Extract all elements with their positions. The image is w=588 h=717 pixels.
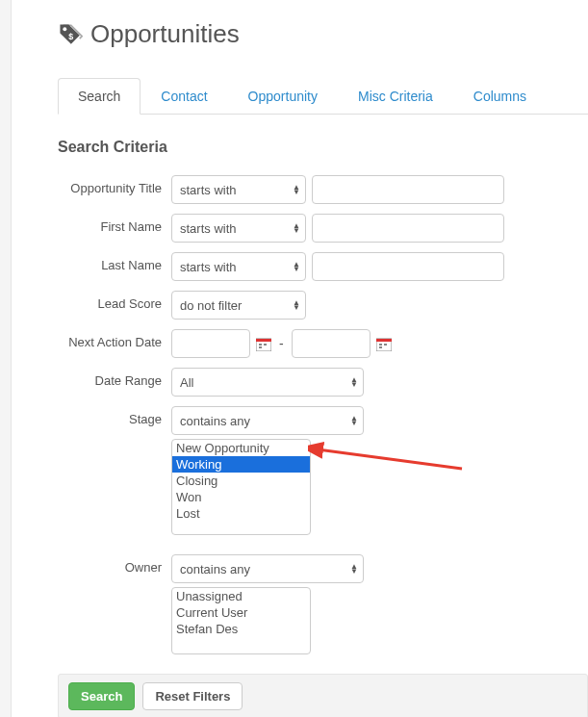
lead-score-label: Lead Score	[58, 291, 171, 311]
tab-search[interactable]: Search	[58, 78, 141, 115]
tab-opportunity[interactable]: Opportunity	[228, 78, 338, 115]
list-item[interactable]: New Opportunity	[172, 440, 310, 456]
last-name-operator[interactable]: starts with	[171, 252, 306, 281]
stage-label: Stage	[58, 406, 171, 426]
section-title: Search Criteria	[58, 139, 588, 156]
svg-rect-9	[379, 344, 382, 346]
tab-contact[interactable]: Contact	[141, 78, 227, 115]
tab-misc-criteria[interactable]: Misc Criteria	[338, 78, 453, 115]
calendar-icon[interactable]	[256, 337, 271, 351]
price-tag-icon: $	[58, 22, 83, 47]
list-item[interactable]: Won	[172, 489, 310, 505]
next-action-date-from[interactable]	[171, 329, 250, 358]
next-action-date-to[interactable]	[292, 329, 371, 358]
opportunity-title-input[interactable]	[312, 175, 504, 204]
last-name-input[interactable]	[312, 252, 504, 281]
owner-label: Owner	[58, 554, 171, 575]
svg-rect-4	[259, 344, 262, 346]
svg-rect-6	[259, 346, 262, 348]
svg-rect-3	[256, 339, 271, 342]
footer-bar: Search Reset Filters	[58, 674, 588, 717]
svg-point-0	[63, 27, 66, 31]
date-range-select[interactable]: All	[171, 368, 364, 397]
page-title: Opportunities	[90, 19, 240, 49]
first-name-input[interactable]	[312, 214, 504, 243]
list-item[interactable]: Current User	[172, 604, 310, 621]
owner-operator[interactable]: contains any	[171, 554, 364, 583]
stage-listbox[interactable]: New Opportunity Working Closing Won Lost	[171, 439, 311, 535]
svg-rect-5	[264, 344, 267, 346]
svg-rect-11	[379, 346, 382, 348]
list-item[interactable]: Stefan Des	[172, 621, 310, 637]
stage-operator[interactable]: contains any	[171, 406, 364, 435]
svg-rect-10	[384, 344, 387, 346]
list-item[interactable]: Lost	[172, 505, 310, 522]
calendar-icon[interactable]	[376, 337, 392, 351]
last-name-label: Last Name	[58, 252, 171, 272]
tab-columns[interactable]: Columns	[453, 78, 547, 115]
date-range-label: Date Range	[58, 368, 171, 388]
first-name-operator[interactable]: starts with	[171, 214, 306, 243]
svg-text:$: $	[68, 31, 73, 40]
first-name-label: First Name	[58, 214, 171, 234]
svg-rect-8	[376, 339, 392, 342]
opportunity-title-operator[interactable]: starts with	[171, 175, 306, 204]
reset-filters-button[interactable]: Reset Filters	[142, 682, 243, 710]
list-item[interactable]: Working	[172, 456, 310, 473]
page-header: $ Opportunities	[58, 19, 588, 49]
next-action-date-label: Next Action Date	[58, 329, 171, 349]
tabs: Search Contact Opportunity Misc Criteria…	[58, 78, 588, 115]
list-item[interactable]: Unassigned	[172, 588, 310, 604]
lead-score-operator[interactable]: do not filter	[171, 291, 306, 320]
opportunity-title-label: Opportunity Title	[58, 175, 171, 195]
search-button[interactable]: Search	[68, 682, 135, 710]
date-range-separator: -	[277, 336, 286, 351]
owner-listbox[interactable]: Unassigned Current User Stefan Des	[171, 587, 311, 654]
list-item[interactable]: Closing	[172, 473, 310, 489]
